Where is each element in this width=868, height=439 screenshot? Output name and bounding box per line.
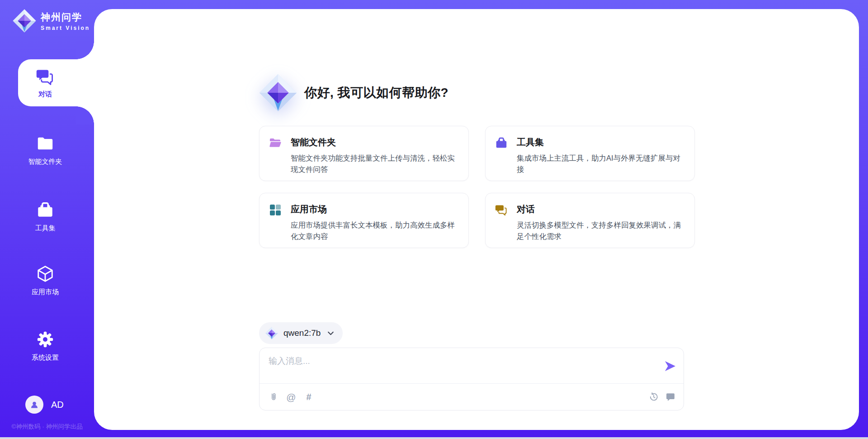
paperclip-icon [269,392,278,401]
history-icon [649,392,658,401]
user-profile[interactable]: AD [25,396,64,414]
greeting: 你好, 我可以如何帮助你? [259,74,448,112]
greeting-diamond-icon [259,74,297,112]
sidebar-item-label: 工具集 [0,224,90,233]
sidebar-footer: ©神州数码 · 神州问学出品 [0,423,94,431]
chat-bubbles-icon [495,203,508,217]
brand-name: 神州问学 [41,11,90,24]
model-diamond-icon [265,327,278,339]
sidebar: 神州问学 Smart Vision 对话 智能文件夹 工具集 应用市场 [0,0,94,437]
cube-icon [36,264,55,283]
hash-icon: # [306,392,311,401]
user-initials: AD [51,400,64,410]
sidebar-item-settings[interactable]: 系统设置 [0,330,90,362]
message-icon [666,392,675,401]
sidebar-item-smart-folder[interactable]: 智能文件夹 [0,134,90,166]
messages-button[interactable] [665,392,675,402]
message-input[interactable] [269,355,648,379]
feature-cards: 智能文件夹 智能文件夹功能支持批量文件上传与清洗，轻松实现文件问答 工具集 集成… [259,126,695,248]
card-title: 应用市场 [291,203,459,215]
app-background: 神州问学 Smart Vision 对话 智能文件夹 工具集 应用市场 [0,0,868,439]
card-app-market[interactable]: 应用市场 应用市场提供丰富长文本模板，助力高效生成多样化文章内容 [259,193,469,248]
sidebar-item-toolset[interactable]: 工具集 [0,200,90,233]
main-content: 你好, 我可以如何帮助你? 智能文件夹 智能文件夹功能支持批量文件上传与清洗，轻… [94,9,859,430]
card-description: 智能文件夹功能支持批量文件上传与清洗，轻松实现文件问答 [291,153,459,175]
card-title: 智能文件夹 [291,136,459,148]
folder-icon [36,134,55,153]
card-description: 应用市场提供丰富长文本模板，助力高效生成多样化文章内容 [291,220,459,242]
sidebar-item-label: 对话 [38,90,52,99]
greeting-text: 你好, 我可以如何帮助你? [304,84,448,101]
composer-toolbar: @ # [259,384,684,410]
composer: @ # [259,348,684,410]
mention-button[interactable]: @ [286,392,296,402]
card-toolset[interactable]: 工具集 集成市场上主流工具，助力AI与外界无缝扩展与对接 [485,126,695,181]
card-description: 灵活切换多模型文件，支持多样回复效果调试，满足个性化需求 [517,220,685,242]
card-smart-folder[interactable]: 智能文件夹 智能文件夹功能支持批量文件上传与清洗，轻松实现文件问答 [259,126,469,181]
tab-fillet-top [76,41,94,59]
tab-fillet-bottom [76,106,94,124]
attach-button[interactable] [269,392,278,402]
sidebar-item-label: 智能文件夹 [0,157,90,166]
at-icon: @ [286,392,296,402]
toolbox-icon [36,200,55,220]
grid-icon [269,203,282,217]
sidebar-item-label: 系统设置 [0,353,90,362]
gear-icon [36,330,55,349]
model-name: qwen2:7b [283,328,321,338]
sidebar-item-app-market[interactable]: 应用市场 [0,264,90,296]
send-button[interactable] [664,360,676,372]
folder-open-icon [269,136,282,150]
topic-button[interactable]: # [304,392,314,402]
send-icon [664,360,676,372]
model-selector[interactable]: qwen2:7b [259,322,343,344]
chevron-down-icon [327,329,335,337]
window-bottom-edge [0,437,868,439]
person-icon [29,399,40,410]
brand-subtitle: Smart Vision [41,25,90,31]
card-chat[interactable]: 对话 灵活切换多模型文件，支持多样回复效果调试，满足个性化需求 [485,193,695,248]
card-description: 集成市场上主流工具，助力AI与外界无缝扩展与对接 [517,153,685,175]
composer-input-area [259,348,684,384]
card-title: 对话 [517,203,685,215]
avatar [25,396,43,414]
card-title: 工具集 [517,136,685,148]
sidebar-item-label: 应用市场 [0,288,90,296]
brand-logo: 神州问学 Smart Vision [13,9,90,33]
toolbox-icon [495,136,508,150]
sidebar-item-chat[interactable]: 对话 [18,59,94,106]
chat-bubbles-icon [35,67,55,87]
history-button[interactable] [649,392,659,402]
brand-diamond-icon [13,9,36,33]
